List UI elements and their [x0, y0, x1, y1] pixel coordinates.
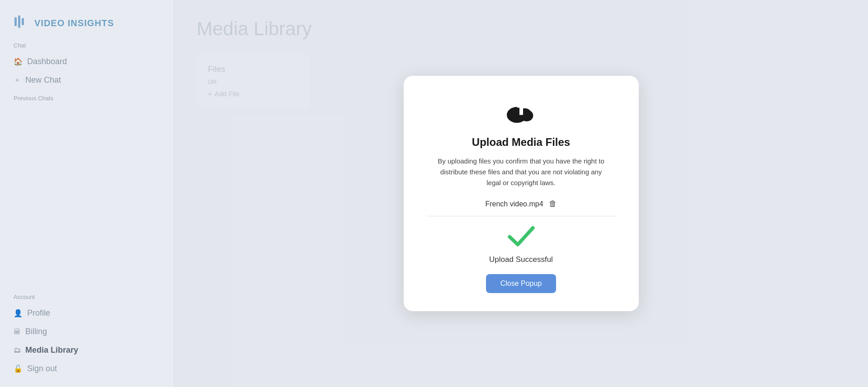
- sidebar-item-media-library[interactable]: 🗂 Media Library: [0, 341, 174, 359]
- logo-area: VIDEO INSIGHTS: [0, 9, 174, 42]
- billing-label: Billing: [25, 327, 47, 336]
- success-checkmark: [508, 225, 535, 250]
- modal-overlay: Upload Media Files By uploading files yo…: [174, 0, 868, 387]
- sign-out-label: Sign out: [27, 364, 57, 373]
- svg-rect-2: [22, 18, 24, 25]
- sidebar-item-billing[interactable]: 🏛 Billing: [0, 322, 174, 341]
- home-icon: 🏠: [14, 57, 23, 66]
- plus-icon: ＋: [14, 75, 21, 85]
- account-label: Account: [0, 294, 174, 304]
- sidebar: VIDEO INSIGHTS Chat 🏠 Dashboard ＋ New Ch…: [0, 0, 174, 387]
- file-row: French video.mp4 🗑: [426, 199, 616, 216]
- sidebar-item-sign-out[interactable]: 🔓 Sign out: [0, 359, 174, 378]
- chat-section-label: Chat: [0, 42, 174, 52]
- dashboard-label: Dashboard: [27, 57, 67, 66]
- file-name: French video.mp4: [485, 200, 543, 208]
- profile-label: Profile: [27, 308, 50, 318]
- media-library-label: Media Library: [25, 345, 78, 355]
- main-content: Media Library Files OR + Add File Upload…: [174, 0, 868, 387]
- upload-modal: Upload Media Files By uploading files yo…: [404, 76, 639, 311]
- modal-title: Upload Media Files: [472, 136, 570, 149]
- svg-rect-1: [18, 15, 20, 28]
- sidebar-item-profile[interactable]: 👤 Profile: [0, 304, 174, 322]
- close-popup-button[interactable]: Close Popup: [486, 274, 557, 293]
- person-icon: 👤: [14, 309, 23, 317]
- delete-file-icon[interactable]: 🗑: [549, 199, 557, 209]
- sidebar-item-new-chat[interactable]: ＋ New Chat: [0, 71, 174, 89]
- billing-icon: 🏛: [14, 328, 21, 336]
- sign-out-icon: 🔓: [14, 364, 23, 373]
- sidebar-item-dashboard[interactable]: 🏠 Dashboard: [0, 52, 174, 71]
- media-library-icon: 🗂: [14, 346, 21, 354]
- upload-cloud-icon: [503, 96, 539, 128]
- upload-success-text: Upload Successful: [489, 255, 553, 264]
- modal-description: By uploading files you confirm that you …: [435, 156, 607, 188]
- new-chat-label: New Chat: [25, 75, 61, 85]
- logo-text: VIDEO INSIGHTS: [34, 18, 114, 28]
- previous-chats-label: Previous Chats: [0, 89, 174, 105]
- logo-icon: [14, 14, 30, 33]
- svg-rect-0: [14, 17, 17, 26]
